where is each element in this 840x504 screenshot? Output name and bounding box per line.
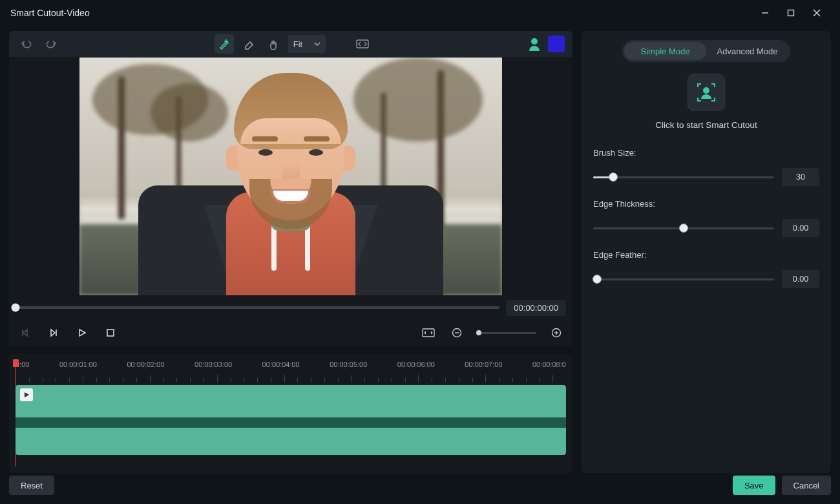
start-smart-cutout-button[interactable] xyxy=(688,74,725,111)
scrub-bar: 00:00:00:00 xyxy=(9,296,572,319)
edge-thickness-value[interactable]: 0.00 xyxy=(782,219,819,237)
window-title: Smart Cutout-Video xyxy=(10,8,90,18)
zoom-dropdown[interactable]: Fit xyxy=(288,35,326,53)
track-divider xyxy=(16,417,566,428)
close-button[interactable] xyxy=(804,0,830,26)
footer: Reset Save Cancel xyxy=(9,474,831,496)
edge-feather-value[interactable]: 0.00 xyxy=(782,270,819,288)
edge-thickness-slider[interactable] xyxy=(593,227,774,229)
fit-width-button[interactable] xyxy=(420,324,437,341)
scrub-thumb[interactable] xyxy=(12,304,20,312)
zoom-label: Fit xyxy=(293,39,302,49)
ruler-label: 00:00:03:00 xyxy=(194,361,232,368)
left-panel: Fit xyxy=(9,31,572,473)
edge-thickness-label: Edge Thickness: xyxy=(593,199,819,209)
zoom-out-button[interactable] xyxy=(448,324,465,341)
tab-advanced-mode[interactable]: Advanced Mode xyxy=(706,42,788,60)
mode-tabs: Simple Mode Advanced Mode xyxy=(622,40,790,62)
compare-toggle[interactable] xyxy=(353,34,372,54)
brush-size-thumb[interactable] xyxy=(609,173,618,182)
titlebar: Smart Cutout-Video xyxy=(0,0,840,26)
brush-size-slider[interactable] xyxy=(593,176,774,178)
zoom-slider-thumb[interactable] xyxy=(476,330,481,335)
settings-panel: Simple Mode Advanced Mode Click to start… xyxy=(582,31,831,473)
param-edge-thickness: Edge Thickness: 0.00 xyxy=(593,199,819,237)
erase-brush-tool[interactable] xyxy=(239,34,258,54)
chevron-down-icon xyxy=(314,42,320,46)
zoom-in-button[interactable] xyxy=(548,324,565,341)
pan-hand-tool[interactable] xyxy=(264,34,283,54)
reset-button[interactable]: Reset xyxy=(9,476,54,495)
edge-feather-thumb[interactable] xyxy=(593,275,602,284)
brush-size-label: Brush Size: xyxy=(593,148,819,158)
ruler-label: 00:00:01:00 xyxy=(59,361,97,368)
editor-toolbar: Fit xyxy=(9,31,572,57)
maximize-button[interactable] xyxy=(778,0,804,26)
edge-thickness-thumb[interactable] xyxy=(679,224,688,233)
minimize-button[interactable] xyxy=(752,0,778,26)
svg-point-7 xyxy=(531,38,538,45)
timeline: 0:0000:00:01:0000:00:02:0000:00:03:0000:… xyxy=(9,354,572,473)
timecode-display: 00:00:00:00 xyxy=(506,300,566,316)
track-play-icon xyxy=(20,388,33,401)
scrub-track[interactable] xyxy=(16,306,499,309)
ruler-label: 00:00:07:00 xyxy=(465,361,502,368)
tab-simple-mode[interactable]: Simple Mode xyxy=(624,42,706,60)
video-preview[interactable] xyxy=(9,57,572,296)
start-label: Click to start Smart Cutout xyxy=(655,120,757,130)
ruler-label: 00:00:08:0 xyxy=(532,361,566,368)
edge-feather-label: Edge Feather: xyxy=(593,250,819,260)
ruler-label: 00:00:04:00 xyxy=(262,361,300,368)
svg-rect-11 xyxy=(423,329,434,337)
undo-button[interactable] xyxy=(17,34,36,54)
svg-point-17 xyxy=(703,87,709,94)
add-brush-tool[interactable] xyxy=(215,34,234,54)
foreground-silhouette-icon[interactable] xyxy=(526,36,543,52)
svg-rect-10 xyxy=(107,330,114,336)
preview-frame xyxy=(79,58,502,295)
cancel-button[interactable]: Cancel xyxy=(782,476,831,495)
redo-button[interactable] xyxy=(41,34,61,54)
param-edge-feather: Edge Feather: 0.00 xyxy=(593,250,819,288)
param-brush-size: Brush Size: 30 xyxy=(593,148,819,186)
svg-rect-1 xyxy=(788,10,794,16)
brush-size-value[interactable]: 30 xyxy=(782,168,819,186)
ruler-label: 00:00:02:00 xyxy=(127,361,164,368)
zoom-slider[interactable] xyxy=(477,332,536,334)
stop-button[interactable] xyxy=(102,324,119,341)
background-color-swatch[interactable] xyxy=(548,36,565,52)
transport-bar xyxy=(9,319,572,346)
prev-frame-button[interactable] xyxy=(17,324,34,341)
ruler-label: 00:00:05:00 xyxy=(330,361,367,368)
save-button[interactable]: Save xyxy=(733,476,775,495)
step-forward-button[interactable] xyxy=(45,324,62,341)
timeline-ruler[interactable]: 0:0000:00:01:0000:00:02:0000:00:03:0000:… xyxy=(16,361,566,383)
video-track[interactable] xyxy=(16,385,566,417)
audio-track[interactable] xyxy=(16,428,566,455)
edge-feather-slider[interactable] xyxy=(593,278,774,280)
ruler-label: 00:00:06:00 xyxy=(397,361,435,368)
play-button[interactable] xyxy=(74,324,90,341)
